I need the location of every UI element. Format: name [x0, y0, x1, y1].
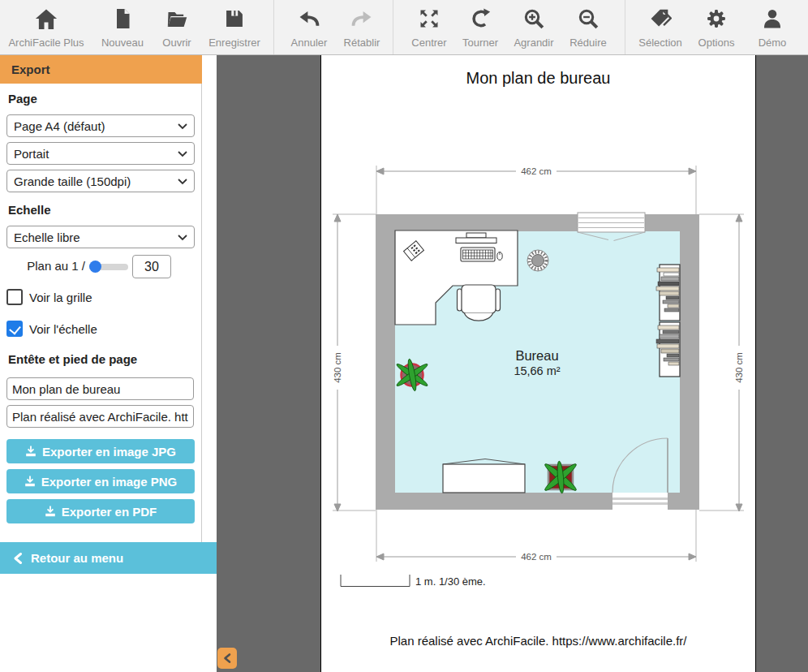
- undo-icon: [298, 7, 320, 30]
- export-jpg-button[interactable]: Exporter en image JPG: [6, 439, 195, 463]
- save-icon: [223, 7, 246, 30]
- collapse-sidebar-button[interactable]: [217, 648, 237, 669]
- toolbar-zoom-in-label: Agrandir: [505, 37, 563, 49]
- toolbar-undo-label: Annuler: [281, 37, 337, 49]
- room-name-label: Bureau: [515, 348, 558, 363]
- toolbar-new-button[interactable]: Nouveau: [94, 0, 151, 54]
- show-scale-checkbox[interactable]: [6, 321, 23, 337]
- user-icon: [761, 7, 784, 30]
- export-panel: Export Page Page A4 (défaut) Portait Gra…: [0, 55, 202, 542]
- page-size-select-wrap: Grande taille (150dpi): [6, 170, 195, 192]
- toolbar-rotate-button[interactable]: Tourner: [454, 0, 506, 54]
- page-format-select-wrap: Page A4 (défaut): [6, 114, 195, 137]
- scale-ratio-slider-thumb[interactable]: [89, 261, 101, 273]
- right-height-dimension: 430 cm: [734, 352, 744, 383]
- drawing-canvas[interactable]: Mon plan de bureau 462 cm: [217, 55, 808, 672]
- toolbar-options-label: Options: [690, 37, 742, 49]
- chevron-left-icon: [13, 553, 23, 564]
- toolbar-redo-label: Rétablir: [333, 37, 390, 49]
- toolbar-center-button[interactable]: Centrer: [403, 0, 455, 54]
- plan-footer-input[interactable]: [6, 405, 194, 428]
- download-icon: [45, 506, 56, 517]
- back-to-menu-label: Retour au menu: [31, 542, 123, 574]
- toolbar-home-label: ArchiFacile Plus: [2, 37, 91, 49]
- back-to-menu-button[interactable]: Retour au menu: [0, 542, 217, 574]
- page-size-select[interactable]: Grande taille (150dpi): [6, 170, 195, 192]
- page-orientation-select-wrap: Portait: [6, 142, 195, 165]
- download-icon: [24, 476, 36, 487]
- plan-credit: Plan réalisé avec ArchiFacile. https://w…: [321, 634, 755, 648]
- scale-bar: 1 m. 1/30 ème.: [341, 575, 486, 588]
- toolbar-center-label: Centrer: [403, 37, 455, 49]
- scale-mode-select[interactable]: Echelle libre: [6, 226, 195, 248]
- dresser: [443, 459, 525, 493]
- toolbar-open-label: Ouvrir: [153, 37, 201, 49]
- left-height-dimension: 430 cm: [333, 352, 342, 383]
- toolbar-zoom-out-label: Réduire: [561, 37, 615, 49]
- toolbar-zoom-in-button[interactable]: Agrandir: [505, 0, 563, 54]
- header-footer-heading: Entête et pied de page: [8, 352, 137, 366]
- top-width-dimension: 462 cm: [521, 166, 552, 176]
- toolbar-selection-button[interactable]: Sélection: [630, 0, 691, 54]
- room-area-label: 15,66 m²: [514, 364, 560, 377]
- toolbar-options-button[interactable]: Options: [690, 0, 742, 54]
- toolbar-separator: [273, 0, 274, 54]
- export-jpg-label: Exporter en image JPG: [42, 445, 176, 459]
- toolbar-separator: [625, 0, 625, 54]
- toolbar-save-label: Enregistrer: [198, 37, 271, 49]
- page-orientation-select[interactable]: Portait: [6, 142, 195, 165]
- waste-bin: [527, 250, 548, 271]
- rotate-icon: [469, 7, 492, 30]
- toolbar-redo-button[interactable]: Rétablir: [333, 0, 390, 54]
- toolbar-open-button[interactable]: Ouvrir: [153, 0, 201, 54]
- toolbar-demo-label: Démo: [752, 37, 793, 49]
- redo-icon: [350, 7, 373, 30]
- toolbar-zoom-out-button[interactable]: Réduire: [561, 0, 615, 54]
- new-file-icon: [111, 7, 134, 30]
- grid-checkbox-label: Voir la grille: [29, 291, 92, 304]
- home-icon: [34, 7, 58, 32]
- open-folder-icon: [165, 7, 188, 30]
- toolbar-rotate-label: Tourner: [454, 37, 506, 49]
- export-sidebar: Export Page Page A4 (défaut) Portait Gra…: [0, 55, 217, 672]
- plan-header-input[interactable]: [6, 377, 194, 400]
- plan-page[interactable]: Mon plan de bureau 462 cm: [320, 55, 756, 672]
- archifacile-app: ArchiFacile Plus Nouveau Ouvrir Enregist…: [0, 0, 808, 672]
- zoom-out-icon: [577, 7, 600, 30]
- scale-mode-select-wrap: Echelle libre: [6, 226, 195, 248]
- toolbar-demo-button[interactable]: Démo: [752, 0, 793, 54]
- download-icon: [25, 446, 37, 457]
- potted-plant-square: [543, 461, 578, 493]
- scale-ratio-input[interactable]: [132, 255, 171, 278]
- page-format-select[interactable]: Page A4 (défaut): [6, 114, 195, 137]
- tag-icon: [649, 7, 672, 30]
- scale-ratio-label: Plan au 1 /: [0, 259, 85, 273]
- grid-checkbox[interactable]: [6, 289, 23, 305]
- bottom-width-dimension: 462 cm: [521, 552, 552, 562]
- monitor: [456, 238, 496, 243]
- toolbar-home-button[interactable]: ArchiFacile Plus: [2, 0, 91, 54]
- scale-section-heading: Echelle: [8, 203, 51, 217]
- export-png-label: Exporter en image PNG: [41, 475, 178, 489]
- keyboard: [461, 248, 495, 261]
- gear-icon: [705, 7, 728, 30]
- scale-note: 1 m. 1/30 ème.: [415, 575, 486, 588]
- show-scale-checkbox-label: Voir l'échelle: [29, 322, 97, 336]
- panel-title: Export: [11, 55, 50, 84]
- floor-plan-drawing: 462 cm 462 cm 430 cm 430 cm: [321, 55, 755, 672]
- panel-header: Export: [0, 55, 202, 84]
- bookshelf: [656, 265, 680, 377]
- toolbar-save-button[interactable]: Enregistrer: [198, 0, 271, 54]
- export-pdf-label: Exporter en PDF: [62, 505, 157, 519]
- chevron-left-icon: [223, 653, 231, 664]
- export-png-button[interactable]: Exporter en image PNG: [6, 469, 195, 493]
- monitor-stand: [466, 233, 486, 238]
- main-toolbar: ArchiFacile Plus Nouveau Ouvrir Enregist…: [0, 0, 808, 55]
- mouse: [497, 252, 502, 261]
- page-section-heading: Page: [8, 92, 37, 106]
- toolbar-undo-button[interactable]: Annuler: [281, 0, 337, 54]
- toolbar-selection-label: Sélection: [630, 37, 691, 49]
- zoom-in-icon: [522, 7, 545, 30]
- export-pdf-button[interactable]: Exporter en PDF: [6, 499, 195, 523]
- toolbar-new-label: Nouveau: [94, 37, 151, 49]
